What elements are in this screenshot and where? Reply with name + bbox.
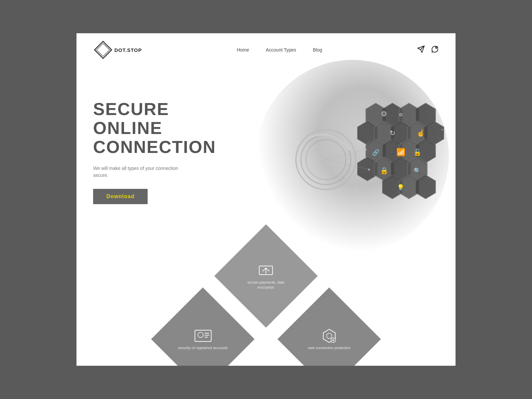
svg-rect-47 bbox=[204, 333, 209, 333]
page-wrapper: DOT.STOP Home Account Types Blog W bbox=[76, 33, 456, 366]
main-nav: Home Account Types Blog bbox=[237, 47, 322, 53]
nav-blog[interactable]: Blog bbox=[313, 47, 322, 53]
download-button[interactable]: Download bbox=[93, 189, 148, 204]
svg-point-46 bbox=[198, 332, 203, 337]
svg-point-42 bbox=[442, 129, 443, 130]
download-label: Download bbox=[106, 194, 134, 199]
svg-rect-49 bbox=[204, 337, 208, 337]
diamond-accounts-content: security of registered accounts bbox=[176, 328, 229, 350]
logo-diamond-icon bbox=[93, 40, 113, 60]
whatsapp-icon[interactable]: W bbox=[431, 45, 439, 55]
header-icons: W bbox=[417, 45, 439, 55]
payments-label: secure payments, data encryption bbox=[239, 280, 293, 290]
hero-title: SECURE ONLINE CONNECTION bbox=[93, 100, 439, 157]
svg-rect-48 bbox=[204, 335, 209, 335]
nav-account-types[interactable]: Account Types bbox=[266, 47, 296, 53]
svg-point-50 bbox=[327, 333, 332, 338]
payments-icon bbox=[258, 262, 274, 279]
accounts-label: security of registered accounts bbox=[176, 345, 229, 350]
web-label: web connection protection bbox=[303, 345, 356, 350]
svg-marker-0 bbox=[94, 41, 111, 58]
header: DOT.STOP Home Account Types Blog W bbox=[76, 33, 456, 66]
logo-text: DOT.STOP bbox=[114, 47, 142, 53]
nav-home[interactable]: Home bbox=[237, 47, 249, 53]
hero-subtitle: We will make all types of your connectio… bbox=[93, 165, 186, 179]
logo: DOT.STOP bbox=[93, 40, 142, 60]
svg-marker-1 bbox=[96, 43, 109, 56]
web-icon bbox=[321, 328, 337, 344]
hero-section: SECURE ONLINE CONNECTION We will make al… bbox=[76, 66, 456, 233]
accounts-icon bbox=[194, 328, 212, 344]
hero-text: SECURE ONLINE CONNECTION We will make al… bbox=[93, 80, 439, 233]
svg-text:W: W bbox=[436, 47, 438, 49]
telegram-icon[interactable] bbox=[417, 45, 425, 55]
diamond-payments-content: secure payments, data encryption bbox=[239, 262, 293, 290]
diamond-web-content: web connection protection bbox=[303, 328, 356, 350]
